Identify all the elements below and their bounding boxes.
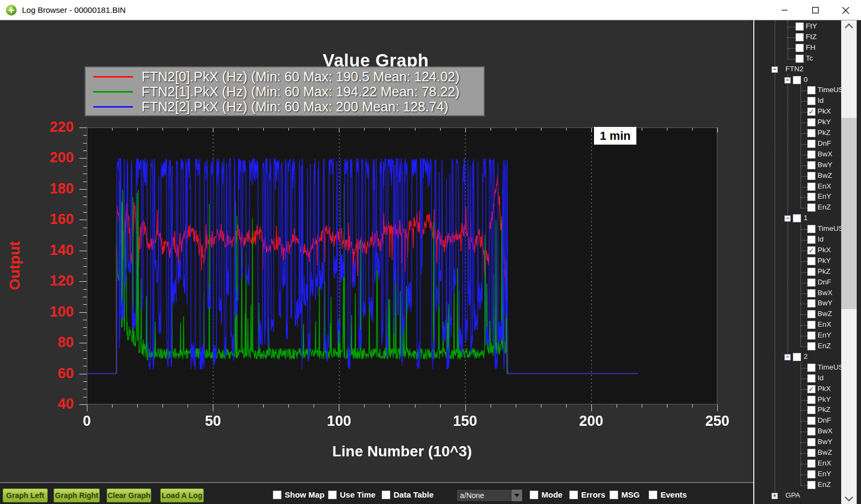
tree-scrollbar[interactable] bbox=[841, 20, 857, 504]
tree-node-FTN2-1[interactable]: −1 bbox=[754, 213, 843, 224]
tree-field-FTN2-0-BwZ[interactable]: BwZ bbox=[754, 171, 843, 182]
tree-label-BwY[interactable]: BwY bbox=[818, 438, 833, 446]
toolbar-button-load-a-log[interactable]: Load A Log bbox=[160, 488, 204, 502]
checkbox-data-table[interactable] bbox=[382, 491, 390, 499]
tree-field-FH[interactable]: FH bbox=[754, 43, 843, 54]
tree-checkbox-EnX[interactable] bbox=[807, 321, 815, 329]
tree-label-EnZ[interactable]: EnZ bbox=[818, 342, 831, 350]
tree-checkbox-BwX[interactable] bbox=[807, 151, 815, 159]
tree-field-Tc[interactable]: Tc bbox=[754, 54, 843, 64]
tree-label-PkX[interactable]: PkX bbox=[818, 107, 831, 115]
collapse-icon[interactable]: − bbox=[771, 66, 778, 73]
tree-label-EnX[interactable]: EnX bbox=[818, 459, 832, 467]
tree-node-FTN2-0[interactable]: −0 bbox=[754, 75, 843, 86]
tree-checkbox-PkY[interactable] bbox=[807, 118, 815, 126]
checkbox-show-map[interactable] bbox=[273, 491, 281, 499]
tree-field-FtY[interactable]: FtY bbox=[754, 21, 843, 32]
tree-checkbox-1[interactable] bbox=[793, 214, 801, 222]
tree-group-FTN2[interactable]: −FTN2 bbox=[754, 64, 843, 75]
mode-dropdown[interactable]: a/None bbox=[456, 489, 523, 502]
tree-checkbox-BwY[interactable] bbox=[807, 299, 815, 307]
tree-field-FTN2-0-PkY[interactable]: PkY bbox=[754, 117, 843, 128]
tree-label-DnF[interactable]: DnF bbox=[818, 278, 832, 286]
tree-field-FTN2-2-PkZ[interactable]: PkZ bbox=[754, 405, 843, 416]
tree-field-FTN2-0-DnF[interactable]: DnF bbox=[754, 139, 843, 149]
tree-checkbox-EnY[interactable] bbox=[807, 193, 815, 201]
tree-field-FTN2-2-EnZ[interactable]: EnZ bbox=[754, 480, 843, 491]
tree-label-PkY[interactable]: PkY bbox=[818, 118, 831, 126]
toolbar-button-graph-left[interactable]: Graph Left bbox=[3, 488, 48, 502]
scrollbar-thumb[interactable] bbox=[841, 118, 857, 309]
tree-checkbox-2[interactable] bbox=[793, 353, 801, 361]
tree-label-PkZ[interactable]: PkZ bbox=[818, 129, 830, 137]
tree-field-FTN2-0-PkX[interactable]: ✓PkX bbox=[754, 107, 843, 117]
tree-label-EnX[interactable]: EnX bbox=[818, 182, 832, 190]
tree-label-PkX[interactable]: PkX bbox=[818, 385, 831, 393]
tree-label-FH[interactable]: FH bbox=[806, 43, 815, 51]
tree-field-FTN2-1-BwY[interactable]: BwY bbox=[754, 298, 843, 309]
tree-label-FTN2[interactable]: FTN2 bbox=[785, 65, 804, 73]
tree-checkbox-0[interactable] bbox=[793, 76, 801, 84]
tree-checkbox-EnZ[interactable] bbox=[807, 204, 815, 212]
tree-label-Tc[interactable]: Tc bbox=[806, 54, 813, 62]
tree-field-FTN2-2-TimeUS[interactable]: TimeUS bbox=[754, 363, 843, 373]
tree-field-FTN2-0-EnZ[interactable]: EnZ bbox=[754, 202, 843, 213]
tree-checkbox-TimeUS[interactable] bbox=[807, 364, 815, 372]
tree-field-FTN2-1-BwX[interactable]: BwX bbox=[754, 288, 843, 299]
tree-label-FtZ[interactable]: FtZ bbox=[806, 33, 817, 41]
scroll-up-button[interactable] bbox=[841, 21, 857, 31]
tree-checkbox-PkY[interactable] bbox=[807, 257, 815, 265]
tree-label-BwY[interactable]: BwY bbox=[818, 161, 833, 169]
tree-checkbox-BwZ[interactable] bbox=[807, 449, 815, 457]
tree-label-BwZ[interactable]: BwZ bbox=[818, 448, 832, 456]
checkbox-mode[interactable] bbox=[530, 491, 538, 499]
collapse-icon[interactable]: − bbox=[784, 215, 791, 222]
tree-label-FtY[interactable]: FtY bbox=[806, 22, 817, 30]
tree-checkbox-PkX[interactable]: ✓ bbox=[807, 385, 815, 393]
tree-checkbox-BwY[interactable] bbox=[807, 438, 815, 446]
tree-checkbox-TimeUS[interactable] bbox=[807, 225, 815, 233]
tree-checkbox-PkZ[interactable] bbox=[807, 406, 815, 414]
tree-checkbox-FH[interactable] bbox=[796, 44, 804, 52]
tree-label-DnF[interactable]: DnF bbox=[818, 139, 832, 147]
tree-checkbox-DnF[interactable] bbox=[807, 417, 815, 425]
tree-field-FTN2-2-BwZ[interactable]: BwZ bbox=[754, 448, 843, 458]
tree-checkbox-EnZ[interactable] bbox=[807, 481, 815, 489]
tree-checkbox-FtY[interactable] bbox=[796, 22, 804, 31]
tree-checkbox-PkY[interactable] bbox=[807, 396, 815, 404]
tree-checkbox-Id[interactable] bbox=[807, 97, 815, 105]
tree-field-FTN2-1-PkX[interactable]: ✓PkX bbox=[754, 245, 843, 256]
tree-label-EnY[interactable]: EnY bbox=[818, 192, 832, 200]
tree-field-FTN2-1-PkY[interactable]: PkY bbox=[754, 256, 843, 267]
toolbar-button-graph-right[interactable]: Graph Right bbox=[54, 488, 100, 502]
tree-checkbox-PkX[interactable]: ✓ bbox=[807, 108, 815, 116]
tree-field-FTN2-2-BwY[interactable]: BwY bbox=[754, 437, 843, 448]
tree-checkbox-Id[interactable] bbox=[807, 236, 815, 244]
tree-checkbox-EnX[interactable] bbox=[807, 460, 815, 468]
tree-field-FTN2-2-DnF[interactable]: DnF bbox=[754, 416, 843, 426]
tree-label-BwZ[interactable]: BwZ bbox=[818, 310, 832, 318]
scroll-down-button[interactable] bbox=[841, 493, 857, 503]
tree-checkbox-DnF[interactable] bbox=[807, 140, 815, 148]
tree-checkbox-Id[interactable] bbox=[807, 374, 815, 382]
tree-checkbox-PkX[interactable]: ✓ bbox=[807, 246, 815, 254]
tree-field-FTN2-0-Id[interactable]: Id bbox=[754, 96, 843, 107]
tree-field-FTN2-0-EnX[interactable]: EnX bbox=[754, 182, 843, 192]
tree-checkbox-EnY[interactable] bbox=[807, 470, 815, 478]
checkbox-events[interactable] bbox=[649, 491, 657, 499]
tree-label-PkX[interactable]: PkX bbox=[818, 246, 831, 254]
tree-label-EnZ[interactable]: EnZ bbox=[818, 480, 831, 488]
tree-checkbox-PkZ[interactable] bbox=[807, 268, 815, 276]
tree-field-FTN2-2-EnX[interactable]: EnX bbox=[754, 458, 843, 469]
tree-field-FTN2-0-BwY[interactable]: BwY bbox=[754, 160, 843, 171]
collapse-icon[interactable]: − bbox=[784, 77, 791, 84]
tree-field-FTN2-1-Id[interactable]: Id bbox=[754, 235, 843, 245]
tree-label-BwX[interactable]: BwX bbox=[818, 150, 833, 158]
expand-icon[interactable]: + bbox=[771, 493, 778, 499]
toolbar-button-clear-graph[interactable]: Clear Graph bbox=[107, 488, 151, 502]
tree-field-FTN2-1-EnX[interactable]: EnX bbox=[754, 320, 843, 330]
tree-field-FTN2-0-BwX[interactable]: BwX bbox=[754, 149, 843, 160]
tree-field-FTN2-2-PkX[interactable]: ✓PkX bbox=[754, 384, 843, 395]
tree-field-FTN2-0-EnY[interactable]: EnY bbox=[754, 192, 843, 202]
tree-label-Id[interactable]: Id bbox=[818, 96, 823, 104]
